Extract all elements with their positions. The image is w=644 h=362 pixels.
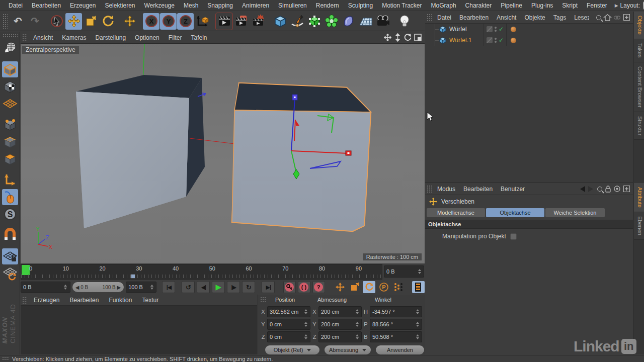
edges-mode-button[interactable] (2, 134, 18, 150)
menubar-item[interactable]: Simulieren (274, 2, 311, 9)
light-button[interactable] (396, 13, 413, 30)
spinner[interactable] (149, 285, 154, 290)
viewport-solo-button[interactable] (2, 189, 18, 205)
render-settings-button[interactable] (250, 13, 267, 30)
workplane-lock-button[interactable] (2, 248, 18, 264)
pos-z-field[interactable]: 0 cm (267, 331, 310, 342)
undo-button[interactable]: ↶ (10, 13, 26, 30)
object-manager-menu-item[interactable]: Tags (549, 14, 570, 21)
size-x-field[interactable]: 200 cm (318, 306, 362, 317)
texture-mode-button[interactable] (2, 78, 18, 95)
toggle-view-icon[interactable] (414, 34, 422, 41)
render-picture-viewer-button[interactable] (233, 13, 250, 30)
subdivision-surface-button[interactable] (306, 13, 323, 30)
menubar-item[interactable]: Pipeline (496, 2, 527, 9)
phong-tag-icon[interactable] (511, 27, 516, 32)
coordinates-grip[interactable] (260, 297, 266, 303)
menubar-item[interactable]: Datei (4, 2, 27, 9)
key-scale-toggle[interactable] (348, 281, 361, 293)
menubar-item[interactable]: Rendern (311, 2, 344, 9)
tab-objekte[interactable]: Objekte (634, 12, 644, 39)
object-manager-grip[interactable] (427, 14, 432, 22)
lock-z-axis-button[interactable]: Z (177, 13, 194, 30)
menubar-item[interactable]: Erzeugen (65, 2, 100, 9)
object-row-wuerfel[interactable]: Würfel ✓ (425, 24, 633, 35)
keyframe-selection-button[interactable]: ? (312, 281, 325, 293)
search-icon[interactable] (596, 15, 601, 20)
lock-icon[interactable] (605, 186, 611, 192)
viewport-menu-item[interactable]: Ansicht (29, 34, 57, 41)
spline-pen-button[interactable] (289, 13, 305, 30)
goto-end-button[interactable]: ▶| (262, 281, 275, 293)
previous-frame-button[interactable]: ◀| (197, 281, 210, 293)
tab-weiche-selektion[interactable]: Weiche Selektion (545, 208, 605, 217)
viewport-menu-item[interactable]: Optionen (130, 34, 164, 41)
spinner[interactable] (417, 269, 422, 274)
points-mode-button[interactable] (2, 117, 18, 133)
layer-toggle[interactable] (487, 37, 493, 43)
material-manager-area[interactable] (21, 306, 257, 354)
environment-button[interactable] (357, 13, 374, 30)
timeline-ruler[interactable]: 0102030405060708090100 (21, 264, 382, 280)
size-y-field[interactable]: 200 cm (318, 319, 362, 330)
play-loop-button[interactable]: ↻ (242, 281, 255, 293)
object-row-wuerfel1[interactable]: Würfel.1 ✓ (425, 35, 633, 46)
enabled-check-icon[interactable]: ✓ (499, 37, 504, 44)
pan-view-icon[interactable] (384, 34, 391, 41)
object-manager-menu-item[interactable]: Ansicht (493, 14, 520, 21)
tab-takes[interactable]: Takes (634, 39, 644, 62)
redo-button[interactable]: ↷ (27, 13, 43, 30)
apply-button[interactable]: Anwenden (376, 345, 424, 354)
polygons-mode-button[interactable] (2, 151, 18, 167)
rotate-tool[interactable] (100, 13, 116, 30)
tab-content-browser[interactable]: Content Browser (634, 62, 644, 112)
angle-p-field[interactable]: 88.566 ° (370, 319, 422, 330)
menubar-item[interactable]: Snapping (203, 2, 237, 9)
tab-attribute[interactable]: Attribute (634, 183, 644, 212)
material-menu-item[interactable]: Textur (137, 297, 164, 304)
dolly-view-icon[interactable] (394, 34, 401, 41)
menubar-item[interactable]: Fenster (582, 2, 612, 9)
palette-grip[interactable] (3, 34, 18, 38)
attribute-menu-item[interactable]: Bearbeiten (459, 186, 497, 193)
lock-y-axis-button[interactable]: Y (160, 13, 177, 30)
viewport-menu-item[interactable]: Filter (164, 34, 187, 41)
live-selection-tool[interactable] (48, 13, 65, 30)
menubar-item[interactable]: Plug-ins (527, 2, 557, 9)
section-header-objektachse[interactable]: Objektachse (425, 220, 633, 229)
view-label[interactable]: Zentralperspektive (22, 46, 79, 54)
home-icon[interactable] (604, 15, 611, 21)
snapping-magnet-button[interactable] (2, 227, 18, 243)
layout-arrow-icon[interactable]: ▶ (612, 3, 619, 8)
snap-settings-button[interactable]: S (2, 206, 18, 222)
next-frame-button[interactable]: |▶ (227, 281, 240, 293)
visibility-dots[interactable] (495, 38, 497, 43)
size-mode-dropdown[interactable]: Abmessung (325, 345, 371, 354)
object-manager-menu-item[interactable]: Datei (433, 14, 455, 21)
end-frame-field[interactable]: 100 B (126, 282, 156, 293)
viewport-menu-item[interactable]: Tafeln (186, 34, 211, 41)
timeline-playhead[interactable] (22, 265, 30, 275)
history-forward-icon[interactable] (588, 186, 593, 192)
generators-button[interactable] (323, 13, 340, 30)
search-icon[interactable] (597, 187, 602, 192)
make-editable-button[interactable] (2, 40, 18, 56)
material-menu-item[interactable]: Funktion (104, 297, 137, 304)
angle-b-field[interactable]: 50.508 ° (370, 331, 422, 342)
key-parameter-toggle[interactable]: P (377, 281, 390, 293)
orbit-view-icon[interactable] (404, 34, 412, 41)
object-name[interactable]: Würfel (449, 26, 480, 33)
history-back-icon[interactable] (580, 186, 585, 192)
menubar-item[interactable]: Motion Tracker (377, 2, 426, 9)
play-backwards-button[interactable]: ↺ (182, 281, 195, 293)
play-button[interactable]: ▶ (212, 281, 225, 293)
link-icon[interactable] (614, 16, 620, 20)
spinner[interactable] (63, 285, 68, 290)
last-tool-move[interactable] (121, 13, 138, 30)
toolbar-grip[interactable] (3, 14, 8, 29)
primitive-cube-button[interactable] (272, 13, 288, 30)
manipulation-checkbox[interactable] (510, 233, 517, 240)
material-menu-item[interactable]: Bearbeiten (64, 297, 104, 304)
coordinate-system-button[interactable] (194, 13, 211, 30)
tab-ebenen[interactable]: Ebenen (634, 212, 644, 240)
